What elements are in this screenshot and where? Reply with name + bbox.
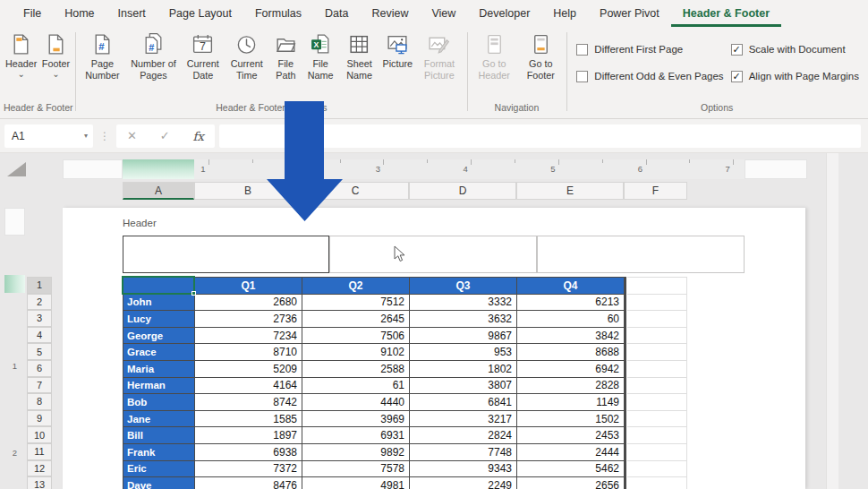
- cell-E6[interactable]: 6942: [517, 361, 624, 377]
- cell-A12[interactable]: Eric: [123, 461, 194, 477]
- cell-E3[interactable]: 60: [517, 311, 624, 327]
- current-date-button[interactable]: 7Current Date: [181, 30, 225, 81]
- cell-A8[interactable]: Bob: [123, 394, 194, 410]
- column-header-F[interactable]: F: [624, 182, 687, 200]
- menu-tab-power-pivot[interactable]: Power Pivot: [588, 0, 671, 27]
- row-header-5[interactable]: 5: [27, 343, 52, 360]
- row-header-1[interactable]: 1: [27, 277, 52, 294]
- cell-A1[interactable]: [123, 278, 194, 294]
- cell-A5[interactable]: Grace: [123, 344, 194, 360]
- cell-D6[interactable]: 1802: [410, 361, 516, 377]
- row-header-4[interactable]: 4: [27, 327, 52, 344]
- cell-D8[interactable]: 6841: [410, 394, 516, 410]
- cell-A7[interactable]: Herman: [123, 378, 194, 394]
- cell-B4[interactable]: 7234: [195, 328, 302, 344]
- cell-C7[interactable]: 61: [302, 378, 409, 394]
- checked-checkbox-icon[interactable]: ✓: [731, 44, 743, 56]
- menu-tab-formulas[interactable]: Formulas: [243, 0, 313, 27]
- cell-C10[interactable]: 6931: [302, 427, 409, 443]
- cell-E2[interactable]: 6213: [517, 295, 624, 311]
- go-to-footer-button[interactable]: Go to Footer: [518, 30, 563, 81]
- cell-A13[interactable]: Dave: [123, 477, 194, 489]
- cell-E13[interactable]: 2656: [517, 477, 624, 489]
- cell-D11[interactable]: 7748: [410, 444, 516, 460]
- vertical-scrollbar[interactable]: [826, 153, 838, 489]
- checkbox-scale-with-document[interactable]: ✓Scale with Document: [731, 36, 859, 63]
- cell-B1[interactable]: Q1: [195, 278, 302, 294]
- cell-D1[interactable]: Q3: [410, 278, 516, 294]
- menu-tab-page-layout[interactable]: Page Layout: [157, 0, 243, 27]
- cell-A10[interactable]: Bill: [123, 427, 194, 443]
- cell-B8[interactable]: 8742: [195, 394, 302, 410]
- cell-B7[interactable]: 4164: [195, 378, 302, 394]
- column-header-A[interactable]: A: [123, 182, 194, 200]
- cell-D3[interactable]: 3632: [410, 311, 516, 327]
- header-section-center[interactable]: [329, 236, 537, 273]
- cell-C5[interactable]: 9102: [302, 344, 409, 360]
- checkbox-different-odd-even-pages[interactable]: Different Odd & Even Pages: [576, 63, 723, 90]
- cell-D13[interactable]: 2249: [410, 477, 516, 489]
- header-section-left[interactable]: [123, 236, 329, 273]
- cell-E5[interactable]: 8688: [517, 344, 624, 360]
- sheet-name-button[interactable]: Sheet Name: [338, 30, 380, 81]
- menu-tab-data[interactable]: Data: [313, 0, 360, 27]
- page-number-button[interactable]: #Page Number: [79, 30, 125, 81]
- menu-tab-review[interactable]: Review: [360, 0, 420, 27]
- cell-B3[interactable]: 2736: [195, 311, 302, 327]
- file-name-button[interactable]: XFile Name: [302, 30, 338, 81]
- cell-D9[interactable]: 3217: [410, 411, 516, 427]
- cell-A2[interactable]: John: [123, 295, 194, 311]
- menu-tab-header-footer[interactable]: Header & Footer: [671, 0, 781, 27]
- footer-button[interactable]: Footer⌄: [38, 30, 72, 78]
- cell-D7[interactable]: 3807: [410, 378, 516, 394]
- row-header-11[interactable]: 11: [27, 443, 52, 460]
- cell-B10[interactable]: 1897: [195, 427, 302, 443]
- file-path-button[interactable]: File Path: [268, 30, 302, 81]
- header-section-right[interactable]: [537, 236, 745, 273]
- cancel-icon[interactable]: ✕: [127, 129, 137, 142]
- row-header-9[interactable]: 9: [27, 410, 52, 427]
- menu-tab-file[interactable]: File: [12, 0, 53, 27]
- cell-C8[interactable]: 4440: [302, 394, 409, 410]
- insert-function-icon[interactable]: fx: [192, 129, 204, 143]
- cell-E10[interactable]: 2453: [517, 427, 624, 443]
- row-header-3[interactable]: 3: [27, 310, 52, 327]
- cell-D10[interactable]: 2824: [410, 427, 516, 443]
- cell-E1[interactable]: Q4: [517, 278, 624, 294]
- row-header-13[interactable]: 13: [27, 476, 52, 489]
- header-button[interactable]: Header⌄: [4, 30, 38, 78]
- cell-D12[interactable]: 9343: [410, 461, 516, 477]
- menu-tab-help[interactable]: Help: [541, 0, 588, 27]
- cell-D4[interactable]: 9867: [410, 328, 516, 344]
- cell-A4[interactable]: George: [123, 328, 194, 344]
- unchecked-checkbox-icon[interactable]: [576, 71, 588, 82]
- cell-E11[interactable]: 2444: [517, 444, 624, 460]
- menu-tab-developer[interactable]: Developer: [467, 0, 541, 27]
- column-header-E[interactable]: E: [516, 182, 624, 200]
- unchecked-checkbox-icon[interactable]: [576, 44, 588, 56]
- cell-E8[interactable]: 1149: [517, 394, 624, 410]
- picture-button[interactable]: Picture: [380, 30, 414, 70]
- checkbox-different-first-page[interactable]: Different First Page: [576, 36, 723, 63]
- menu-tab-view[interactable]: View: [420, 0, 467, 27]
- row-header-10[interactable]: 10: [27, 426, 52, 443]
- cell-C11[interactable]: 9892: [302, 444, 409, 460]
- checkbox-align-with-page-margins[interactable]: ✓Align with Page Margins: [731, 63, 859, 90]
- cell-C3[interactable]: 2645: [302, 311, 409, 327]
- cell-C9[interactable]: 3969: [302, 411, 409, 427]
- cell-C13[interactable]: 4981: [302, 477, 409, 489]
- menu-tab-home[interactable]: Home: [53, 0, 106, 27]
- cell-D2[interactable]: 3332: [410, 295, 516, 311]
- column-header-B[interactable]: B: [194, 182, 302, 200]
- cell-C2[interactable]: 7512: [302, 295, 409, 311]
- cell-E7[interactable]: 2828: [517, 378, 624, 394]
- row-header-6[interactable]: 6: [27, 360, 52, 377]
- cell-C1[interactable]: Q2: [302, 278, 409, 294]
- confirm-icon[interactable]: ✓: [160, 129, 170, 142]
- row-header-8[interactable]: 8: [27, 393, 52, 410]
- cell-E12[interactable]: 5462: [517, 461, 624, 477]
- column-header-C[interactable]: C: [302, 182, 409, 200]
- cell-B2[interactable]: 2680: [195, 295, 302, 311]
- cell-B13[interactable]: 8476: [195, 477, 302, 489]
- cell-A3[interactable]: Lucy: [123, 311, 194, 327]
